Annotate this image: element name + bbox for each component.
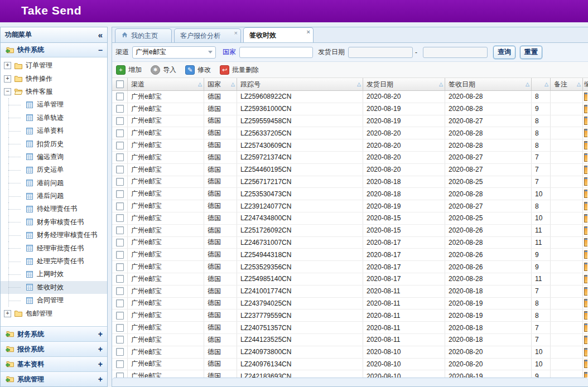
edit-icon[interactable]: [584, 311, 587, 320]
expand-section-icon[interactable]: +: [98, 360, 103, 369]
sidebar-item-sign-time[interactable]: 签收时效: [1, 281, 107, 294]
tab-customer-quote-analysis[interactable]: 客户报价分析×: [174, 28, 241, 42]
column-header-channel[interactable]: 渠道△: [128, 78, 204, 90]
table-row[interactable]: 广州e邮宝德国LZ253530473CN2020-08-182020-08-28…: [112, 188, 588, 200]
sidebar-item-pending-liability[interactable]: 待处理责任书: [1, 202, 107, 215]
sidebar-item-post-port-issues[interactable]: 港后问题: [1, 190, 107, 202]
sidebar-item-parcel-mgmt[interactable]: +包邮管理: [1, 307, 107, 320]
column-header-remark[interactable]: 备注△: [551, 78, 583, 90]
row-checkbox[interactable]: [116, 312, 124, 320]
row-checkbox[interactable]: [116, 142, 124, 149]
row-checkbox[interactable]: [116, 348, 124, 356]
table-row[interactable]: 广州e邮宝德国LZ254985140CN2020-08-172020-08-28…: [112, 273, 588, 286]
edit-icon[interactable]: [584, 238, 587, 246]
table-row[interactable]: 广州e邮宝德国LZ254460195CN2020-08-202020-08-27…: [112, 164, 588, 176]
sidebar-item-remote-query[interactable]: 偏远查询: [1, 151, 107, 163]
edit-icon[interactable]: [584, 105, 587, 113]
edit-icon[interactable]: [584, 348, 587, 356]
sidebar-item-finance-audit-liability[interactable]: 财务审核责任书: [1, 216, 107, 229]
edit-icon[interactable]: [584, 117, 587, 125]
edit-icon[interactable]: [584, 190, 587, 198]
sidebar-item-waybill-mgmt[interactable]: 运单管理: [1, 98, 107, 111]
column-header-days[interactable]: △: [532, 78, 551, 90]
sidebar-item-waybill-track[interactable]: 运单轨迹: [1, 112, 107, 124]
edit-icon[interactable]: [584, 372, 587, 378]
edit-icon[interactable]: [584, 336, 587, 344]
collapse-node-icon[interactable]: −: [4, 88, 11, 95]
row-checkbox[interactable]: [116, 360, 124, 368]
table-row[interactable]: 广州e邮宝德国LZ243794025CN2020-08-112020-08-19…: [112, 298, 588, 310]
close-icon[interactable]: ×: [307, 28, 310, 35]
add-button[interactable]: +增加: [116, 65, 142, 75]
collapse-sidebar-icon[interactable]: «: [98, 30, 103, 40]
row-checkbox[interactable]: [116, 336, 124, 344]
edit-icon[interactable]: [584, 263, 587, 271]
edit-icon[interactable]: [584, 360, 587, 368]
sidebar-item-hold-history[interactable]: 扣货历史: [1, 137, 107, 150]
sidebar-item-contract-mgmt[interactable]: 合同管理: [1, 294, 107, 307]
edit-icon[interactable]: [584, 287, 587, 296]
table-row[interactable]: 广州e邮宝德国LZ257430609CN2020-08-202020-08-28…: [112, 139, 588, 152]
table-row[interactable]: 广州e邮宝德国LZ256717217CN2020-08-182020-08-25…: [112, 176, 588, 188]
table-row[interactable]: 广州e邮宝德国LZ247434800CN2020-08-152020-08-25…: [112, 212, 588, 225]
row-checkbox[interactable]: [116, 190, 124, 198]
edit-icon[interactable]: [584, 141, 587, 149]
edit-icon[interactable]: [584, 226, 587, 235]
search-button[interactable]: 查询: [493, 46, 515, 59]
sidebar-item-online-time[interactable]: 上网时效: [1, 268, 107, 280]
tab-sign-time[interactable]: 签收时效×: [243, 27, 314, 42]
column-header-country[interactable]: 国家△: [204, 78, 237, 90]
date-from-input[interactable]: [348, 47, 413, 58]
edit-icon[interactable]: [584, 299, 587, 307]
edit-icon[interactable]: [584, 129, 587, 137]
sidebar-item-manager-approval-liability[interactable]: 经理审批责任书: [1, 241, 107, 254]
sidebar-item-finance-manager-audit-liability[interactable]: 财务经理审核责任书: [1, 229, 107, 241]
accordion-quote-system[interactable]: 报价系统+: [1, 341, 107, 356]
row-checkbox[interactable]: [116, 226, 124, 234]
row-checkbox[interactable]: [116, 373, 124, 378]
row-checkbox[interactable]: [116, 202, 124, 210]
row-checkbox[interactable]: [116, 117, 124, 125]
column-header-edit[interactable]: 编: [583, 78, 588, 90]
table-row[interactable]: 广州e邮宝德国LZ242183693CN2020-08-102020-08-19…: [112, 370, 588, 378]
edit-icon[interactable]: [584, 214, 587, 222]
expand-section-icon[interactable]: +: [98, 330, 103, 338]
row-checkbox[interactable]: [116, 153, 124, 161]
table-row[interactable]: 广州e邮宝德国LZ246731007CN2020-08-172020-08-28…: [112, 237, 588, 249]
expand-node-icon[interactable]: +: [4, 62, 11, 69]
row-checkbox[interactable]: [116, 324, 124, 332]
row-checkbox[interactable]: [116, 299, 124, 307]
edit-button[interactable]: ✎修改: [185, 65, 211, 75]
edit-icon[interactable]: [584, 93, 587, 101]
table-row[interactable]: 广州e邮宝德国LZ244123525CN2020-08-112020-08-18…: [112, 334, 588, 346]
row-checkbox[interactable]: [116, 129, 124, 137]
sidebar-item-pre-port-issues[interactable]: 港前问题: [1, 177, 107, 190]
column-header-select[interactable]: [112, 78, 128, 90]
row-checkbox[interactable]: [116, 214, 124, 222]
row-checkbox[interactable]: [116, 93, 124, 100]
edit-icon[interactable]: [584, 250, 587, 259]
edit-icon[interactable]: [584, 323, 587, 332]
row-checkbox[interactable]: [116, 251, 124, 259]
select-all-checkbox[interactable]: [116, 80, 124, 88]
table-row[interactable]: 广州e邮宝德国LZ259559458CN2020-08-192020-08-27…: [112, 115, 588, 128]
import-button[interactable]: ✱导入: [151, 65, 176, 75]
table-row[interactable]: 广州e邮宝德国LZ259721374CN2020-08-202020-08-27…: [112, 152, 588, 164]
edit-icon[interactable]: [584, 275, 587, 283]
accordion-system-mgmt[interactable]: 系统管理+: [1, 371, 107, 386]
collapse-section-icon[interactable]: −: [98, 46, 103, 55]
sidebar-item-express-cs[interactable]: −快件客服: [1, 85, 107, 98]
table-row[interactable]: 广州e邮宝德国LZ239124077CN2020-08-192020-08-27…: [112, 200, 588, 212]
table-row[interactable]: 广州e邮宝德国LZ256337205CN2020-08-202020-08-28…: [112, 127, 588, 139]
sidebar-item-order-mgmt[interactable]: +订单管理: [1, 59, 107, 72]
edit-icon[interactable]: [584, 153, 587, 162]
row-checkbox[interactable]: [116, 275, 124, 283]
row-checkbox[interactable]: [116, 239, 124, 246]
sidebar-item-history-waybill[interactable]: 历史运单: [1, 163, 107, 176]
table-row[interactable]: 广州e邮宝德国LZ254944318CN2020-08-172020-08-26…: [112, 249, 588, 261]
column-header-ship-date[interactable]: 发货日期△: [363, 78, 445, 90]
table-row[interactable]: 广州e邮宝德国LZ251726092CN2020-08-152020-08-26…: [112, 225, 588, 237]
row-checkbox[interactable]: [116, 178, 124, 186]
expand-section-icon[interactable]: +: [98, 345, 103, 354]
table-row[interactable]: 广州e邮宝德国LZ259361000CN2020-08-192020-08-28…: [112, 103, 588, 115]
